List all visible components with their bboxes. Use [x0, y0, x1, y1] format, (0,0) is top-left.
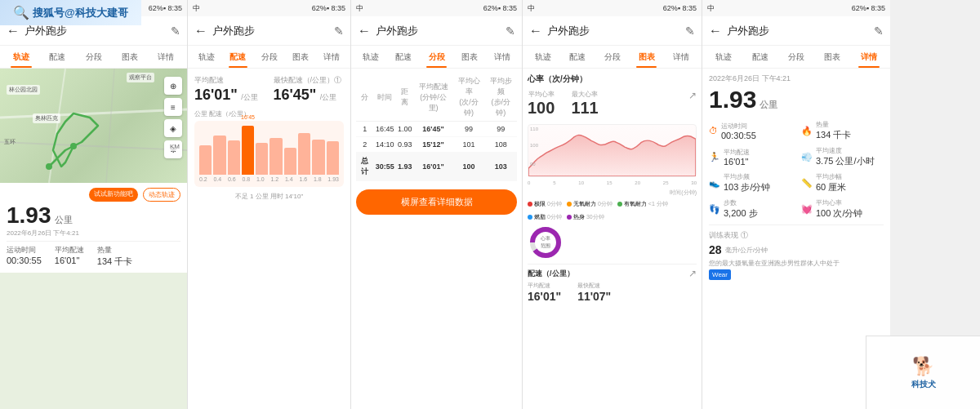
tab-bar-3: 轨迹 配速 分段 图表 详情 [351, 46, 522, 69]
pace-chart: 16'45 0.2 0.4 0.6 0.8 1.0 [194, 121, 344, 187]
tab-pace-1[interactable]: 配速 [39, 46, 75, 68]
pace-bar-6 [270, 138, 282, 175]
hr-avg-stat: 平均心率 100 [528, 90, 555, 118]
tab-segment-1[interactable]: 分段 [75, 46, 111, 68]
share-icon-5[interactable]: ✎ [874, 24, 884, 38]
back-button-5[interactable]: ← [709, 24, 722, 38]
tab-chart-3[interactable]: 图表 [453, 46, 486, 68]
panel-map: 中 62%▪ 8:35 ← 户外跑步 ✎ 轨迹 配速 分段 图表 详情 [0, 0, 188, 409]
tab-track-4[interactable]: 轨迹 [526, 46, 560, 68]
hr-avg-value: 100 [528, 99, 555, 118]
nav-bar-5: ← 户外跑步 ✎ [702, 16, 890, 46]
tab-pace-4[interactable]: 配速 [560, 46, 595, 68]
best-pace-label: 最快配速（/公里）① [274, 75, 345, 86]
seg-2-num: 2 [356, 137, 374, 153]
svg-point-4 [46, 163, 52, 170]
tab-segment-5[interactable]: 分段 [778, 46, 814, 68]
tab-detail-5[interactable]: 详情 [851, 46, 887, 68]
expand-icon[interactable]: ↗ [688, 90, 697, 118]
wear-badge: Wear [709, 269, 884, 280]
detail-view: 2022年6月26日 下午4:21 1.93 公里 ⏱ 运动时间 00:30:5… [702, 69, 890, 285]
seg-1-dist: 1.00 [396, 122, 414, 137]
tab-chart-2[interactable]: 图表 [285, 46, 316, 68]
zone-anaerobic-label: 无氧耐力 [573, 200, 596, 208]
tab-detail-3[interactable]: 详情 [486, 46, 519, 68]
pace-bar-5 [256, 143, 268, 175]
nav-title-3: 户外跑步 [376, 24, 506, 38]
map-view: 林公园北园 奥林匹克 五环 观察平台 ⊕ ≡ ◈ ❋ KM [0, 69, 187, 409]
zone-aerobic-dot [617, 202, 622, 207]
compass-btn[interactable]: ◈ [164, 119, 182, 137]
nav-title-5: 户外跑步 [727, 24, 874, 38]
col-seg: 分 [356, 73, 374, 122]
zone-max: 极限 0分钟 [528, 200, 562, 208]
back-button-4[interactable]: ← [529, 24, 542, 38]
tab-chart-4[interactable]: 图表 [630, 46, 664, 68]
tab-chart-5[interactable]: 图表 [814, 46, 850, 68]
col-pace: 平均配速(分钟/公里) [414, 73, 453, 122]
try-badge[interactable]: 试试新功能吧 [89, 188, 138, 202]
expand-pace-icon[interactable]: ↗ [688, 268, 697, 279]
max-power-unit: 毫升/公斤/分钟 [725, 246, 768, 255]
share-icon-3[interactable]: ✎ [506, 24, 515, 38]
zone-aerobic-label: 有氧耐力 [624, 200, 647, 208]
stat-calories: 热量 134 千卡 [97, 245, 132, 268]
share-icon-1[interactable]: ✎ [171, 24, 180, 38]
back-button-1[interactable]: ← [7, 24, 20, 38]
tab-pace-3[interactable]: 配速 [387, 46, 420, 68]
tab-chart-1[interactable]: 图表 [112, 46, 148, 68]
detail-time: ⏱ 运动时间 00:30:55 [709, 120, 791, 141]
seg-1-num: 1 [356, 122, 374, 137]
detail-stats-grid: ⏱ 运动时间 00:30:55 🔥 热量 134 千卡 [709, 120, 884, 220]
zone-anaerobic-time: 0分钟 [598, 200, 612, 208]
share-icon-4[interactable]: ✎ [685, 24, 695, 38]
back-button-2[interactable]: ← [194, 24, 207, 38]
seg-1-cadence: 99 [485, 122, 517, 137]
detail-hr: 💓 平均心率 100 次/分钟 [801, 198, 884, 220]
layer-btn[interactable]: ≡ [164, 98, 182, 116]
tab-detail-2[interactable]: 详情 [316, 46, 347, 68]
zone-aerobic: 有氧耐力 <1 分钟 [617, 200, 668, 208]
avg-pace-value: 16'01" /公里 [194, 87, 265, 103]
tab-pace-2[interactable]: 配速 [222, 46, 253, 68]
dynamic-badge[interactable]: 动态轨迹 [143, 188, 180, 202]
stats-bottom: 试试新功能吧 动态轨迹 1.93 公里 2022年6月26日 下午4:21 运动… [0, 183, 187, 273]
seg-2-cadence: 108 [485, 137, 517, 153]
detail-steps: 👣 步数 3,200 步 [709, 198, 791, 220]
hr-x-labels: 0 5 10 15 20 25 30 [528, 180, 697, 185]
seg-row-2: 2 14:10 0.93 15'12" 101 108 [356, 137, 517, 153]
landscape-btn[interactable]: 横屏查看详细数据 [356, 189, 517, 215]
location-btn[interactable]: ⊕ [164, 77, 182, 95]
tab-track-3[interactable]: 轨迹 [354, 46, 387, 68]
share-icon-2[interactable]: ✎ [334, 24, 344, 38]
status-bar-5: 中 62%▪ 8:35 [702, 0, 890, 16]
status-left-5: 中 [707, 3, 715, 14]
speed-icon: 💨 [801, 152, 813, 162]
pace-bar-7 [284, 148, 296, 175]
seg-total-hr: 100 [453, 153, 485, 181]
tab-segment-3[interactable]: 分段 [420, 46, 452, 68]
tab-segment-2[interactable]: 分段 [253, 46, 284, 68]
seg-header-row: 分 时间 距离 平均配速(分钟/公里) 平均心率(次/分钟) 平均步频(步/分钟… [356, 73, 517, 122]
zone-anaerobic: 无氧耐力 0分钟 [567, 200, 612, 208]
tab-detail-4[interactable]: 详情 [664, 46, 698, 68]
pace-bar-9 [312, 140, 324, 175]
zone-max-dot [528, 202, 532, 207]
map-content: 林公园北园 奥林匹克 五环 观察平台 ⊕ ≡ ◈ ❋ KM [0, 69, 187, 409]
back-button-3[interactable]: ← [358, 24, 371, 38]
tab-detail-1[interactable]: 详情 [148, 46, 184, 68]
tab-pace-5[interactable]: 配速 [742, 46, 777, 68]
status-bar-2: 中 62%▪ 8:35 [188, 0, 350, 16]
tab-track-1[interactable]: 轨迹 [3, 46, 39, 68]
hr-chart: 110 100 90 [528, 124, 697, 177]
hr-content: 心率（次/分钟） 平均心率 100 最大心率 111 ↗ [523, 69, 702, 409]
detail-main-distance: 1.93 公里 [709, 86, 884, 113]
hr-circle-label: 心率范围 [541, 235, 550, 250]
main-distance-row: 1.93 公里 [7, 204, 180, 227]
tab-track-2[interactable]: 轨迹 [191, 46, 222, 68]
time-icon: ⏱ [709, 126, 718, 136]
svg-line-2 [0, 142, 187, 150]
wear-label: Wear [709, 269, 731, 280]
tab-track-5[interactable]: 轨迹 [706, 46, 742, 68]
tab-segment-4[interactable]: 分段 [595, 46, 629, 68]
